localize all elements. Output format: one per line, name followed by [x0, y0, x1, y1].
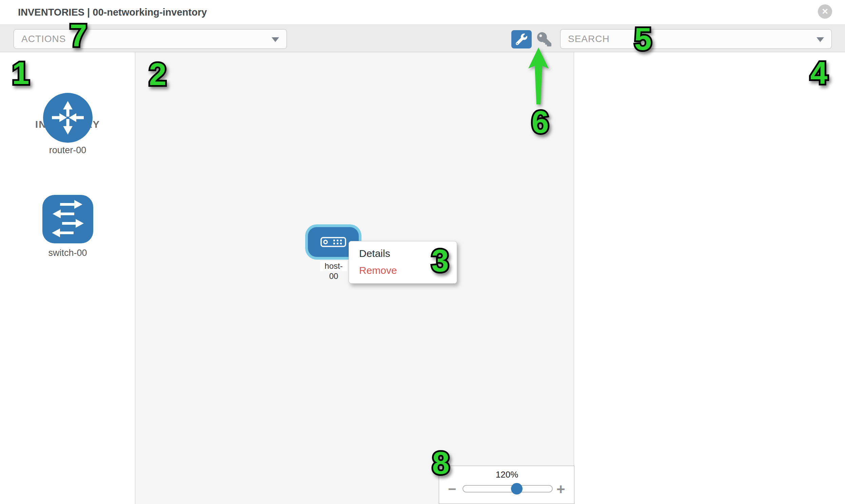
annotation-8: 8: [432, 445, 449, 481]
search-dropdown-label: SEARCH: [568, 30, 610, 49]
zoom-level: 120%: [439, 469, 575, 480]
chevron-down-icon: [271, 37, 279, 42]
zoom-in-button[interactable]: +: [557, 481, 565, 498]
wrench-button[interactable]: [511, 30, 532, 49]
zoom-out-button[interactable]: −: [448, 481, 456, 497]
zoom-slider-track[interactable]: [462, 485, 553, 492]
sidebar-item-switch[interactable]: [42, 195, 93, 245]
chevron-down-icon: [816, 37, 824, 42]
annotation-1: 1: [12, 56, 29, 91]
green-up-arrow-icon: [528, 47, 549, 106]
details-panel: DETAILS *HOST NAME? DESCRIPTION VARIABLE…: [575, 52, 845, 504]
header: INVENTORIES | 00-networking-inventory ✕: [0, 0, 845, 24]
annotation-4: 4: [810, 55, 827, 91]
search-dropdown[interactable]: SEARCH: [560, 29, 832, 49]
sidebar-item-router-label: router-00: [0, 145, 135, 156]
annotation-5: 5: [634, 21, 651, 57]
zoom-slider-handle[interactable]: [511, 483, 523, 494]
host-node-label: host-00: [320, 261, 347, 271]
router-icon: [43, 138, 92, 144]
context-menu-item-details[interactable]: Details: [359, 246, 390, 262]
context-menu-item-remove[interactable]: Remove: [359, 262, 397, 278]
annotation-7: 7: [70, 18, 87, 53]
annotation-3: 3: [431, 243, 448, 278]
switch-icon: [42, 239, 93, 245]
actions-dropdown[interactable]: ACTIONS: [14, 29, 287, 49]
network-topology-screen: INVENTORIES | 00-networking-inventory ✕ …: [0, 0, 845, 504]
page-title: INVENTORIES | 00-networking-inventory: [18, 0, 207, 24]
actions-dropdown-label: ACTIONS: [21, 30, 66, 49]
key-button[interactable]: [537, 32, 553, 47]
annotation-6: 6: [531, 104, 549, 140]
toolbar: ACTIONS SEARCH: [0, 24, 845, 52]
sidebar-item-switch-label: switch-00: [0, 248, 135, 258]
annotation-2: 2: [149, 57, 166, 92]
close-icon[interactable]: ✕: [818, 4, 832, 19]
sidebar-item-router[interactable]: [43, 93, 92, 144]
zoom-control: 120% − +: [439, 466, 575, 504]
